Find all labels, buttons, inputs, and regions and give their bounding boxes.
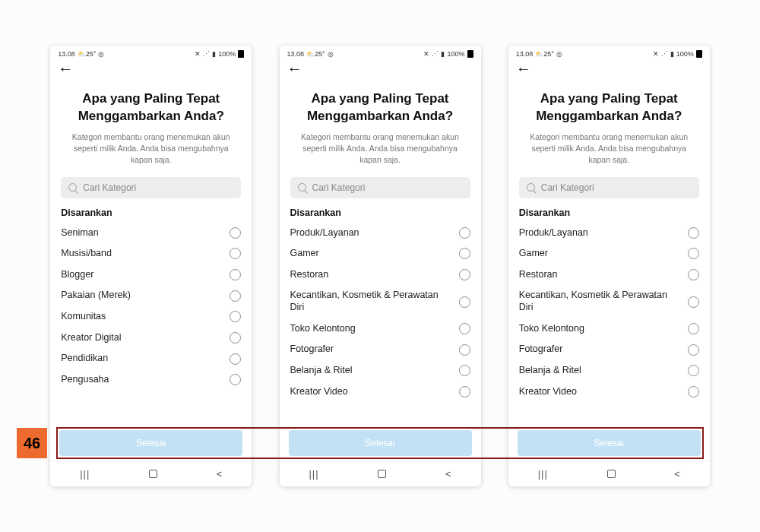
radio-icon [230, 248, 241, 259]
category-option[interactable]: Gamer [290, 243, 470, 264]
category-label: Komunitas [61, 311, 112, 323]
back-arrow-icon[interactable]: ← [516, 60, 531, 77]
page-title: Apa yang Paling Tepat Menggambarkan Anda… [64, 90, 238, 125]
category-list: SenimanMusisi/bandBloggerPakaian (Merek)… [61, 223, 241, 391]
signal-icon: ▮ [212, 50, 216, 58]
phone-screen-1: 13.08⛅25°◎✕⋰▮100%←Apa yang Paling Tepat … [50, 46, 252, 486]
mute-icon: ✕ [423, 50, 429, 58]
status-bar: 13.08⛅25°◎✕⋰▮100% [50, 46, 252, 59]
category-option[interactable]: Fotografer [290, 339, 470, 360]
category-label: Pendidikan [61, 353, 114, 365]
radio-icon [230, 374, 241, 385]
done-button[interactable]: Selesai [289, 430, 472, 456]
status-bar: 13.08⛅25°◎✕⋰▮100% [280, 46, 481, 59]
search-placeholder: Cari Kategori [312, 182, 366, 193]
category-option[interactable]: Pendidikan [61, 348, 241, 369]
category-option[interactable]: Belanja & Ritel [290, 360, 470, 382]
category-option[interactable]: Komunitas [61, 306, 241, 328]
suggested-heading: Disarankan [61, 207, 241, 218]
category-label: Kreator Video [290, 386, 354, 398]
signal-icon: ▮ [670, 50, 674, 58]
category-label: Toko Kelontong [290, 323, 362, 335]
search-input[interactable]: Cari Kategori [61, 177, 241, 198]
category-label: Musisi/band [61, 248, 118, 260]
category-option[interactable]: Kreator Video [290, 382, 470, 403]
signal-icon: ▮ [441, 50, 445, 58]
radio-icon [688, 296, 699, 308]
radio-icon [230, 311, 241, 322]
category-option[interactable]: Pakaian (Merek) [61, 285, 241, 306]
category-option[interactable]: Toko Kelontong [290, 318, 470, 340]
category-option[interactable]: Gamer [519, 243, 699, 264]
category-option[interactable]: Pengusaha [61, 369, 241, 391]
category-option[interactable]: Kreator Digital [61, 328, 241, 349]
category-label: Belanja & Ritel [519, 365, 587, 377]
category-option[interactable]: Musisi/band [61, 243, 241, 264]
app-bar: ← [280, 59, 481, 80]
category-label: Toko Kelontong [519, 323, 591, 335]
status-time: 13.08 [287, 50, 305, 58]
category-option[interactable]: Restoran [519, 264, 699, 286]
category-list: Produk/LayananGamerRestoranKecantikan, K… [519, 223, 699, 403]
back-arrow-icon[interactable]: ← [58, 60, 73, 77]
nav-home-icon[interactable] [149, 470, 157, 478]
category-option[interactable]: Seniman [61, 223, 241, 244]
done-button[interactable]: Selesai [59, 430, 242, 456]
done-bar: Selesai [50, 429, 252, 461]
category-option[interactable]: Produk/Layanan [519, 223, 699, 244]
radio-icon [230, 290, 241, 302]
category-label: Fotografer [290, 344, 340, 356]
category-label: Restoran [519, 269, 564, 281]
page-subtitle: Kategori membantu orang menemukan akun s… [65, 131, 236, 166]
radio-icon [459, 248, 470, 259]
category-option[interactable]: Toko Kelontong [519, 318, 699, 340]
radio-icon [688, 386, 699, 397]
nav-home-icon[interactable] [607, 470, 616, 478]
back-arrow-icon[interactable]: ← [287, 60, 302, 77]
content-area: Apa yang Paling Tepat Menggambarkan Anda… [280, 80, 481, 429]
temperature-icon: ⛅25° [78, 50, 97, 58]
nav-recent-icon[interactable]: ||| [538, 468, 548, 480]
battery-icon [238, 50, 244, 58]
category-label: Blogger [61, 269, 100, 281]
nav-back-icon[interactable]: < [445, 468, 451, 480]
search-input[interactable]: Cari Kategori [290, 177, 470, 198]
done-bar: Selesai [280, 429, 481, 461]
battery-icon [467, 50, 473, 58]
category-label: Fotografer [519, 344, 569, 356]
category-option[interactable]: Kreator Video [519, 382, 699, 403]
category-label: Gamer [290, 248, 325, 260]
step-callout-badge: 46 [17, 428, 47, 458]
category-label: Gamer [519, 248, 554, 260]
content-area: Apa yang Paling Tepat Menggambarkan Anda… [50, 80, 252, 429]
app-indicator-icon: ◎ [328, 50, 334, 58]
nav-recent-icon[interactable]: ||| [309, 468, 318, 480]
page-title: Apa yang Paling Tepat Menggambarkan Anda… [293, 90, 467, 125]
nav-recent-icon[interactable]: ||| [80, 468, 90, 480]
nav-back-icon[interactable]: < [217, 468, 223, 480]
page-subtitle: Kategori membantu orang menemukan akun s… [295, 131, 466, 166]
done-button[interactable]: Selesai [518, 430, 701, 456]
category-label: Restoran [290, 269, 335, 281]
radio-icon [459, 296, 470, 308]
category-option[interactable]: Belanja & Ritel [519, 360, 699, 382]
content-area: Apa yang Paling Tepat Menggambarkan Anda… [508, 80, 710, 429]
phone-screen-3: 13.08⛅25°◎✕⋰▮100%←Apa yang Paling Tepat … [508, 46, 710, 486]
search-icon [527, 183, 535, 192]
category-option[interactable]: Produk/Layanan [290, 223, 470, 244]
nav-home-icon[interactable] [378, 470, 386, 478]
category-option[interactable]: Fotografer [519, 339, 699, 360]
app-bar: ← [508, 59, 710, 80]
radio-icon [459, 323, 470, 334]
app-bar: ← [50, 59, 252, 80]
category-option[interactable]: Kecantikan, Kosmetik & Perawatan Diri [519, 285, 699, 318]
category-label: Pengusaha [61, 374, 115, 386]
category-option[interactable]: Blogger [61, 264, 241, 286]
search-input[interactable]: Cari Kategori [519, 177, 699, 198]
category-option[interactable]: Restoran [290, 264, 470, 286]
nav-back-icon[interactable]: < [674, 468, 680, 480]
category-option[interactable]: Kecantikan, Kosmetik & Perawatan Diri [290, 285, 470, 318]
category-label: Produk/Layanan [519, 227, 594, 239]
status-time: 13.08 [58, 50, 75, 58]
search-icon [298, 183, 306, 192]
